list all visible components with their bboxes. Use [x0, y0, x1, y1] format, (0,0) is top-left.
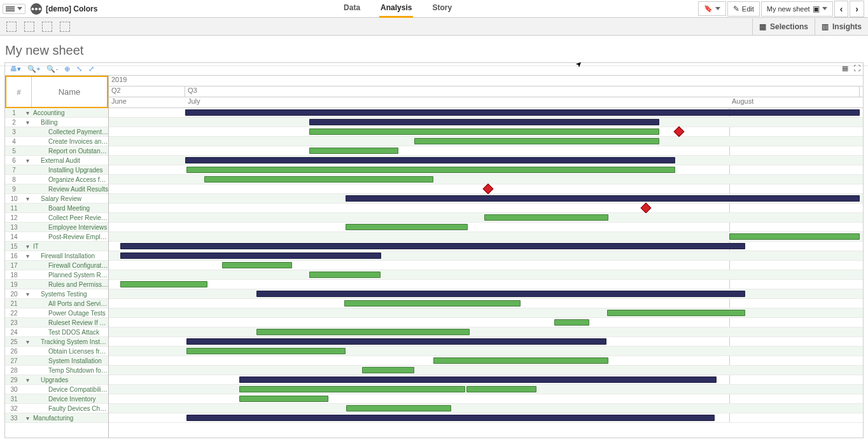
step-fwd-icon[interactable]: [42, 22, 52, 32]
expand-toggle[interactable]: ▾: [23, 157, 32, 164]
task-bar[interactable]: [239, 386, 465, 392]
snapshot-icon[interactable]: [842, 64, 848, 73]
task-row[interactable]: 26Obtain Licenses from the Vendor: [5, 347, 108, 356]
task-row[interactable]: 10▾Salary Review: [5, 194, 108, 204]
tab-analysis[interactable]: Analysis: [379, 0, 413, 18]
milestone-diamond[interactable]: [674, 127, 685, 137]
summary-bar[interactable]: [185, 157, 675, 163]
task-bar[interactable]: [344, 300, 521, 307]
summary-bar[interactable]: [239, 376, 717, 383]
task-bar[interactable]: [466, 386, 536, 392]
task-row[interactable]: 9Review Audit Results: [5, 184, 108, 194]
task-row[interactable]: 21All Ports and Services Test: [5, 299, 108, 308]
milestone-diamond[interactable]: [483, 184, 494, 195]
task-row[interactable]: 13Employee Interviews: [5, 223, 108, 232]
task-row[interactable]: 6▾External Audit: [5, 156, 108, 165]
summary-bar[interactable]: [120, 252, 381, 259]
task-row[interactable]: 18Planned System Restart: [5, 270, 108, 280]
task-bar[interactable]: [120, 281, 207, 287]
insights-button[interactable]: ▥Insights: [815, 18, 868, 35]
next-sheet-button[interactable]: [850, 1, 864, 17]
task-row[interactable]: 15▾IT: [5, 242, 108, 251]
summary-bar[interactable]: [186, 415, 715, 421]
task-row[interactable]: 23Ruleset Review If Needed: [5, 318, 108, 328]
expand-toggle[interactable]: ▾: [23, 195, 32, 202]
task-row[interactable]: 1▾Accounting: [5, 108, 108, 118]
print-icon[interactable]: 🖶▾: [10, 65, 21, 73]
expand-toggle[interactable]: ▾: [23, 291, 32, 298]
task-bar[interactable]: [204, 176, 433, 183]
summary-bar[interactable]: [186, 338, 606, 345]
expand-toggle[interactable]: ▾: [23, 415, 32, 422]
summary-bar[interactable]: [309, 119, 659, 125]
task-bar[interactable]: [309, 272, 381, 278]
task-row[interactable]: 32Faulty Devices Check: [5, 404, 108, 413]
expand-toggle[interactable]: ▾: [23, 376, 32, 383]
task-row[interactable]: 19Rules and Permissions Audit: [5, 280, 108, 289]
task-row[interactable]: 27System Installation: [5, 356, 108, 366]
task-row[interactable]: 5Report on Outstanding Collections: [5, 146, 108, 156]
summary-bar[interactable]: [256, 291, 745, 297]
collapse-icon[interactable]: ⤢: [88, 65, 94, 73]
zoom-in-icon[interactable]: 🔍+: [27, 65, 40, 73]
expand-toggle[interactable]: ▾: [23, 109, 32, 116]
task-bar[interactable]: [433, 357, 608, 364]
task-row[interactable]: 25▾Tracking System Installation: [5, 337, 108, 347]
selections-button[interactable]: ▦Selections: [752, 18, 815, 35]
zoom-out-icon[interactable]: 🔍-: [46, 65, 58, 73]
task-row[interactable]: 16▾Firewall Installation: [5, 251, 108, 261]
summary-bar[interactable]: [185, 109, 860, 116]
task-bar[interactable]: [414, 138, 659, 144]
task-bar[interactable]: [362, 367, 414, 373]
task-row[interactable]: 22Power Outage Tests: [5, 308, 108, 318]
task-bar[interactable]: [309, 148, 398, 154]
expand-icon[interactable]: ⤡: [76, 65, 82, 73]
sheet-dropdown[interactable]: My new sheet: [761, 1, 833, 17]
task-row[interactable]: 7Installing Upgrades: [5, 165, 108, 175]
task-row[interactable]: 28Temp Shutdown for IT Audit: [5, 366, 108, 375]
task-row[interactable]: 3Collected Payments Review: [5, 127, 108, 137]
task-bar[interactable]: [256, 329, 470, 335]
task-row[interactable]: 17Firewall Configuration: [5, 261, 108, 270]
task-row[interactable]: 24Test DDOS Attack: [5, 328, 108, 337]
zoom-fit-icon[interactable]: ⊕: [64, 65, 70, 73]
tab-story[interactable]: Story: [431, 0, 453, 18]
task-bar[interactable]: [346, 405, 451, 411]
prev-sheet-button[interactable]: [834, 1, 849, 17]
task-row[interactable]: 2▾Billing: [5, 118, 108, 127]
task-row[interactable]: 31Device Inventory: [5, 394, 108, 404]
tab-data[interactable]: Data: [342, 0, 361, 18]
expand-toggle[interactable]: ▾: [23, 243, 32, 250]
expand-toggle[interactable]: ▾: [23, 338, 32, 345]
task-bar[interactable]: [186, 167, 675, 173]
task-bar[interactable]: [346, 224, 468, 230]
step-back-icon[interactable]: [24, 22, 34, 32]
task-row[interactable]: 4Create Invoices and Send Invoices: [5, 137, 108, 146]
task-row[interactable]: 8Organize Access for External Auditors: [5, 175, 108, 184]
task-row[interactable]: 30Device Compatibility Review: [5, 385, 108, 394]
task-bar[interactable]: [239, 396, 328, 402]
task-row[interactable]: 11Board Meeting: [5, 204, 108, 213]
task-bar[interactable]: [484, 214, 608, 221]
task-row[interactable]: 29▾Upgrades: [5, 375, 108, 385]
bookmark-button[interactable]: [698, 1, 726, 16]
clear-sel-icon[interactable]: [60, 22, 70, 32]
milestone-diamond[interactable]: [641, 203, 652, 214]
task-row[interactable]: 20▾Systems Testing: [5, 289, 108, 299]
fullscreen-icon[interactable]: [853, 64, 860, 73]
task-row[interactable]: 14Post-Review Employee Interviews: [5, 232, 108, 242]
task-bar[interactable]: [729, 233, 860, 240]
smart-search-icon[interactable]: [6, 22, 17, 32]
summary-bar[interactable]: [346, 195, 860, 202]
menu-button[interactable]: [3, 4, 25, 14]
task-bar[interactable]: [309, 128, 659, 135]
expand-toggle[interactable]: ▾: [23, 119, 32, 126]
task-bar[interactable]: [554, 319, 589, 326]
edit-button[interactable]: Edit: [727, 1, 760, 17]
task-row[interactable]: 33▾Manufacturing: [5, 413, 108, 423]
summary-bar[interactable]: [120, 243, 745, 249]
task-bar[interactable]: [186, 348, 346, 354]
task-row[interactable]: 12Collect Peer Review Data: [5, 213, 108, 223]
task-bar[interactable]: [607, 310, 745, 316]
task-bar[interactable]: [222, 262, 292, 268]
